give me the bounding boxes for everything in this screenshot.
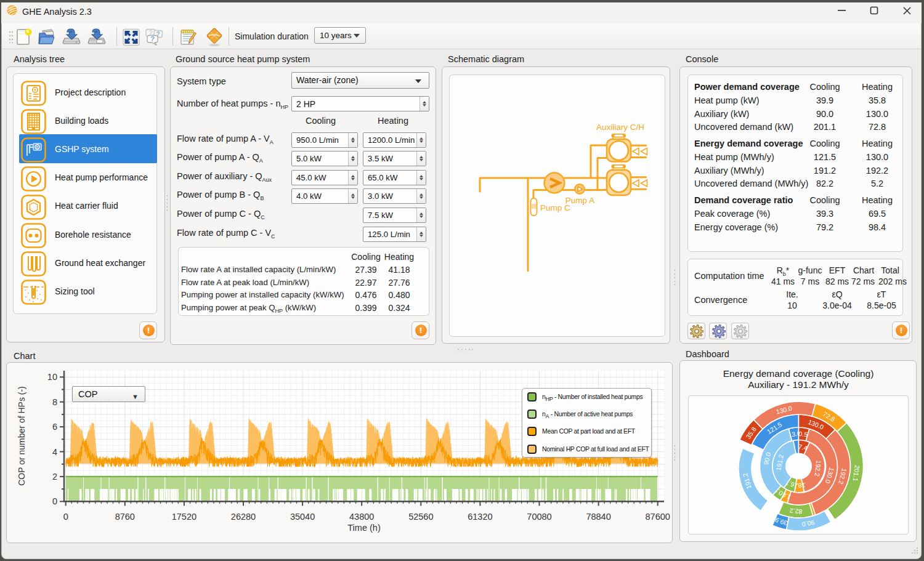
- svg-text:35040: 35040: [290, 512, 315, 522]
- svg-text:78840: 78840: [586, 512, 610, 522]
- svg-text:0: 0: [52, 496, 57, 506]
- svg-text:52560: 52560: [408, 512, 433, 522]
- svg-text:26280: 26280: [231, 512, 256, 522]
- svg-text:43800: 43800: [349, 512, 374, 522]
- svg-text:Time (h): Time (h): [347, 523, 380, 533]
- svg-text:82.2: 82.2: [789, 507, 802, 515]
- svg-text:6: 6: [52, 422, 57, 432]
- svg-text:2: 2: [52, 472, 57, 482]
- svg-text:8: 8: [52, 397, 57, 407]
- svg-text:Auxiliary C/H: Auxiliary C/H: [596, 123, 644, 132]
- svg-text:4: 4: [52, 447, 57, 457]
- svg-text:?: ?: [150, 35, 155, 42]
- svg-text:70080: 70080: [527, 512, 551, 522]
- svg-text:COP or number of HPs (-): COP or number of HPs (-): [17, 386, 26, 486]
- svg-text:61320: 61320: [468, 512, 492, 522]
- svg-text:17520: 17520: [172, 512, 197, 522]
- svg-text:87600: 87600: [646, 512, 670, 522]
- svg-text:0: 0: [63, 512, 68, 522]
- svg-text:8760: 8760: [115, 512, 135, 522]
- svg-text:Pump C: Pump C: [540, 203, 570, 212]
- svg-text:10: 10: [47, 372, 57, 382]
